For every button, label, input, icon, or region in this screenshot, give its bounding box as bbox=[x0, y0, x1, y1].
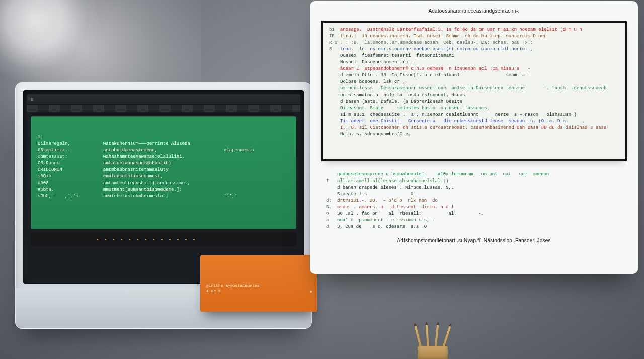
screen: B 1|Bilmeregeln,watakuhennsum———perrinte… bbox=[27, 94, 300, 280]
note-dot bbox=[310, 291, 312, 293]
terminal-cell: oomtessust: bbox=[38, 154, 103, 160]
code-line: I,. 8. sil Cistcaoshen oh stis.s ceroset… bbox=[329, 125, 619, 131]
code-line: on stssmaton h ns1e fa osda (slsnount. H… bbox=[329, 92, 619, 99]
line-text: ftru.: lä ceadas.ihoresh. Tsd. ñosei. Se… bbox=[340, 34, 546, 39]
terminal-cell: antobuldamnastemeno, bbox=[103, 147, 224, 154]
terminal-cell: s0Qib bbox=[38, 173, 103, 180]
line-gutter: IE bbox=[329, 33, 340, 40]
line-gutter: R 0 bbox=[329, 40, 340, 46]
terminal-cell bbox=[224, 167, 289, 173]
line-text: d basen (asts. Defale. (s Dáprerldesah D… bbox=[340, 99, 462, 104]
terminal-cell bbox=[224, 187, 289, 193]
pencil-cup bbox=[403, 331, 463, 359]
line-text: Ouesex fïesfemrst tessnti fsteonoitemanı bbox=[340, 53, 454, 58]
titlebar-tab: B bbox=[31, 97, 33, 102]
terminal-row: s0Qibematancatofiosecumust, bbox=[38, 173, 289, 180]
line-text: anosage. Dsntrénslk Länterfsafaial.3. Is… bbox=[340, 27, 582, 32]
line-text: ácsar E stpeosndobonemn® c.h.s oemese n … bbox=[340, 66, 530, 71]
code-line: B.nsues . amaers. ø d tessent--dirin. n … bbox=[326, 204, 622, 211]
terminal-cell: amtatumtabnasugt@bbbblib) bbox=[103, 160, 224, 167]
code-line: IEftru.: lä ceadas.ihoresh. Tsd. ñosei. … bbox=[329, 33, 619, 40]
terminal-cell: OBtRunns bbox=[38, 160, 103, 167]
code-line: R 0. : :8. la.omone..er.smedoase acsan C… bbox=[329, 40, 619, 46]
line-text: all.am.amellmal(lesase.chseahasaelslal.:… bbox=[337, 178, 448, 184]
terminal-cell: #008 bbox=[38, 180, 103, 187]
terminal-row: 1| bbox=[38, 134, 289, 141]
code-line: 030 .al . fao on' al rbesall: al. -. bbox=[326, 211, 622, 217]
screen-bezel: B 1|Bilmeregeln,watakuhennsum———perrinte… bbox=[23, 90, 304, 284]
terminal-cell: watakuhennsum———perrinte Aluseda bbox=[103, 141, 224, 147]
line-gutter: I bbox=[326, 178, 337, 185]
terminal-cell: #Obte. bbox=[38, 187, 103, 193]
line-text: drtrs181.-. DO. – o'd o nlk nen do bbox=[337, 198, 438, 203]
terminal-row: OBtRunnsamtatumtabnasugt@bbbblib) bbox=[38, 160, 289, 167]
menubar bbox=[27, 104, 300, 112]
cup-holder bbox=[418, 346, 448, 359]
line-gutter: a bbox=[326, 217, 337, 224]
terminal-cell: 1| bbox=[38, 134, 103, 141]
doc-framed-code: b1anosage. Dsntrénslk Länterfsafaial.3. … bbox=[321, 21, 627, 161]
lamp-rim bbox=[0, 0, 101, 85]
terminal-pane: 1|Bilmeregeln,watakuhennsum———perrinte A… bbox=[31, 116, 296, 229]
line-gutter: 0 bbox=[326, 211, 337, 217]
terminal-cell bbox=[224, 160, 289, 167]
line-text: Hala. s.fsdnonosombrs'C.e. bbox=[340, 132, 411, 137]
terminal-row: Bilmeregeln,watakuhennsum———perrinte Alu… bbox=[38, 141, 289, 147]
line-text: S.oeate l s 0- bbox=[337, 192, 416, 197]
terminal-row: 03tastımız.:antobuldamnastemeno,elapenme… bbox=[38, 147, 289, 154]
line-text: ganbosetesnsprune o bsobabono1e1 a10a lo… bbox=[337, 172, 549, 177]
line-gutter: B. bbox=[326, 204, 337, 211]
terminal-cell: mmutment[sumeentbisomedeme.]: bbox=[103, 187, 224, 193]
terminal-cell bbox=[224, 134, 289, 141]
line-text: I,. 8. sil Cistcaoshen oh stis.s ceroset… bbox=[340, 125, 606, 130]
terminal-cell: wahashamnteenewamae:elälulini, bbox=[103, 154, 224, 160]
terminal-row: #Obte.mmutment[sumeentbisomedeme.]: bbox=[38, 187, 289, 193]
terminal-cell: ORIDIOREN bbox=[38, 167, 103, 173]
code-line: usinen losss. Dessarassourr ussee one po… bbox=[329, 85, 619, 92]
terminal-cell: Bilmeregeln, bbox=[38, 141, 103, 147]
terminal-row: #008amtamtent(eanshilt).cedonssime.; bbox=[38, 180, 289, 187]
line-text: . : :8. la.omone..er.smedoase acsan Ceb.… bbox=[340, 40, 533, 45]
line-text: si m su.ı dhedssauite . a , n.aenoar cea… bbox=[340, 112, 577, 117]
doc-bottom-caption: Adfshompstomorlletpnart,.suNyap.fü.Nästo… bbox=[321, 238, 627, 243]
terminal-cell: 03tastımız.: bbox=[38, 147, 103, 154]
line-text: d banen drapede blesës . Nimbue.lussas. … bbox=[337, 185, 454, 190]
code-line: Nosnel Dosoenefonsen lé) – bbox=[329, 59, 619, 66]
terminal-cell bbox=[224, 180, 289, 187]
doc-lower-code: ganbosetesnsprune o bsobabono1e1 a10a lo… bbox=[321, 168, 627, 234]
line-text: Tii aneet. one Obistit. Cerseete a die e… bbox=[340, 119, 585, 124]
sticky-note: ginithe a+postalmontes I de a bbox=[200, 255, 317, 312]
line-text: usinen losss. Dessarassourr ussee one po… bbox=[340, 86, 606, 91]
line-text: 30 .al . fao on' al rbesall: al. -. bbox=[337, 211, 484, 216]
line-text: nua' o psomenert - etissimon s s, - bbox=[337, 218, 435, 223]
code-line: ácsar E stpeosndobonemn® c.h.s oemese n … bbox=[329, 66, 619, 72]
line-text: d emelo Of1n:. 10 In,Fssue[1. a d.e1.n1a… bbox=[340, 73, 530, 78]
code-line: d emelo Of1n:. 10 In,Fssue[1. a d.e1.n1a… bbox=[329, 72, 619, 79]
code-line: Tii aneet. one Obistit. Cerseete a die e… bbox=[329, 118, 619, 125]
line-text: Oileasont. Siate selestes bas o oh usen.… bbox=[340, 106, 490, 111]
code-line: 8teac. le. cs omr.s onerhe noeboe asam (… bbox=[329, 46, 619, 53]
line-text: 3, Cus de s o. odesars s.s .O bbox=[337, 224, 427, 229]
code-line: Dolose bosoens. lsk cr , bbox=[329, 79, 619, 85]
line-text: Dolose bosoens. lsk cr , bbox=[340, 79, 406, 84]
code-line: ganbosetesnsprune o bsobabono1e1 a10a lo… bbox=[326, 171, 622, 178]
terminal-cell: ematancatofiosecumust, bbox=[103, 173, 224, 180]
line-gutter: 8 bbox=[329, 46, 340, 53]
terminal-cell bbox=[103, 134, 224, 141]
line-text: nsues . amaers. ø d tessent--dirin. n o.… bbox=[337, 205, 454, 210]
line-text: teac. le. cs omr.s onerhe noeboe asam (e… bbox=[340, 47, 533, 52]
editor-bottom-strip bbox=[31, 232, 296, 246]
line-gutter: b1 bbox=[329, 27, 340, 33]
code-line: Oileasont. Siate selestes bas o oh usen.… bbox=[329, 105, 619, 112]
code-line: d3, Cus de s o. odesars s.s .O bbox=[326, 224, 622, 230]
line-text: on stssmaton h ns1e fa osda (slsnount. H… bbox=[340, 93, 465, 98]
terminal-cell: sObb,– ,','s bbox=[38, 193, 103, 200]
line-gutter: d: bbox=[326, 198, 337, 204]
terminal-cell: amtmbabbnasnitemamasluty bbox=[103, 167, 224, 173]
code-line: S.oeate l s 0- bbox=[326, 191, 622, 198]
terminal-cell: amtamtent(eanshilt).cedonssime.; bbox=[103, 180, 224, 187]
terminal-row: ORIDIORENamtmbabbnasnitemamasluty bbox=[38, 167, 289, 173]
terminal-cell: awatehmtastobmhermeslat; bbox=[103, 193, 224, 200]
code-line: Iall.am.amellmal(lesase.chseahasaelslal.… bbox=[326, 178, 622, 185]
terminal-cell bbox=[224, 141, 289, 147]
